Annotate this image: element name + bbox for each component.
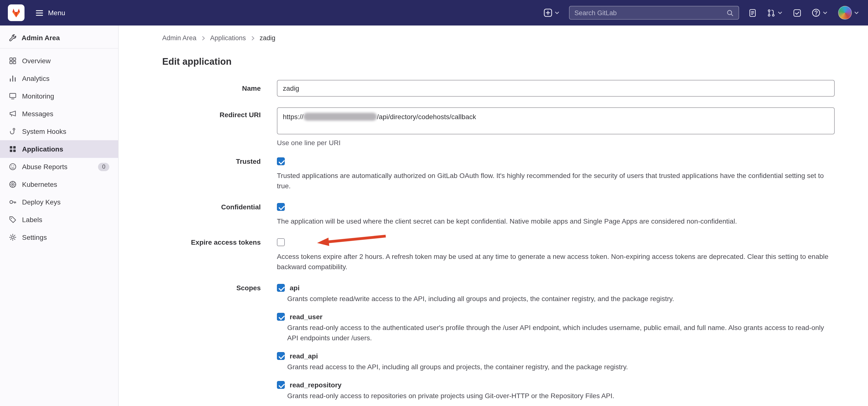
sidebar-item-overview[interactable]: Overview — [0, 52, 118, 69]
scope-api-checkbox[interactable] — [277, 284, 285, 292]
chevron-down-icon — [777, 10, 783, 16]
main-content: Admin Area Applications zadig Edit appli… — [119, 26, 868, 406]
scope-read-repository-description: Grants read-only access to repositories … — [287, 391, 835, 401]
menu-button[interactable]: Menu — [35, 8, 65, 17]
scope-option-read-user: read_user Grants read-only access to the… — [277, 312, 835, 343]
scope-option-read-api: read_api Grants read access to the API, … — [277, 351, 835, 372]
merge-requests-button[interactable] — [766, 7, 784, 19]
admin-area-header[interactable]: Admin Area — [0, 26, 118, 49]
redirect-uri-suffix: /api/directory/codehosts/callback — [377, 113, 476, 121]
sidebar-item-label: Overview — [22, 57, 51, 65]
scope-read-user-description: Grants read-only access to the authentic… — [287, 323, 835, 343]
sidebar-item-label: Messages — [22, 110, 54, 118]
confidential-checkbox[interactable] — [277, 203, 285, 211]
abuse-face-icon — [9, 163, 17, 171]
breadcrumb-applications[interactable]: Applications — [210, 34, 246, 42]
redirect-uri-label: Redirect URI — [162, 107, 261, 120]
plus-square-icon — [544, 8, 552, 17]
sidebar-item-label: Settings — [22, 233, 47, 241]
bar-chart-icon — [9, 75, 17, 82]
sidebar-item-label: Abuse Reports — [22, 163, 67, 171]
scope-read-api-description: Grants read access to the API, including… — [287, 362, 835, 372]
sidebar-item-label: Deploy Keys — [22, 198, 61, 206]
tag-icon — [9, 216, 17, 224]
breadcrumb-separator-icon — [250, 35, 255, 40]
red-arrow-annotation — [313, 232, 387, 247]
scope-read-user-name: read_user — [290, 312, 322, 322]
sidebar-item-system-hooks[interactable]: System Hooks — [0, 123, 118, 140]
help-button[interactable] — [811, 6, 829, 19]
admin-sidebar: Admin Area Overview Analyt — [0, 26, 119, 406]
form-row-scopes: Scopes api Grants complete read/write ac… — [162, 283, 835, 406]
sidebar-item-deploy-keys[interactable]: Deploy Keys — [0, 193, 118, 211]
scope-api-name: api — [290, 283, 300, 293]
edit-application-form: Name Redirect URI https:///api/directory… — [162, 80, 835, 406]
user-menu-button[interactable] — [837, 4, 860, 22]
form-row-expire-access-tokens: Expire access tokens Access tokens expir… — [162, 237, 835, 272]
expire-access-tokens-description: Access tokens expire after 2 hours. A re… — [277, 252, 835, 272]
confidential-label: Confidential — [162, 202, 261, 212]
breadcrumb-separator-icon — [201, 35, 206, 40]
megaphone-icon — [9, 110, 17, 118]
sidebar-item-label: System Hooks — [22, 127, 66, 135]
kubernetes-icon — [9, 180, 17, 188]
sidebar-item-applications[interactable]: Applications — [0, 140, 118, 158]
todo-check-icon — [793, 8, 801, 17]
gitlab-logo[interactable] — [8, 4, 25, 21]
scope-read-api-name: read_api — [290, 351, 318, 361]
new-menu-button[interactable] — [542, 6, 561, 19]
sidebar-item-kubernetes[interactable]: Kubernetes — [0, 176, 118, 193]
scope-read-user-checkbox[interactable] — [277, 313, 285, 321]
scope-option-read-repository: read_repository Grants read-only access … — [277, 380, 835, 401]
sidebar-item-label: Analytics — [22, 75, 50, 82]
sidebar-item-settings[interactable]: Settings — [0, 229, 118, 246]
issues-icon — [748, 8, 757, 17]
sidebar-item-label: Labels — [22, 216, 42, 224]
redirect-uri-help: Use one line per URI — [277, 139, 835, 147]
hook-icon — [9, 127, 17, 135]
issues-button[interactable] — [747, 7, 758, 19]
scope-api-description: Grants complete read/write access to the… — [287, 294, 835, 304]
gear-icon — [9, 233, 17, 241]
todos-button[interactable] — [792, 7, 802, 19]
trusted-description: Trusted applications are automatically a… — [277, 171, 835, 191]
breadcrumb: Admin Area Applications zadig — [162, 34, 835, 42]
name-input[interactable] — [277, 80, 835, 96]
redacted-host — [303, 113, 377, 121]
sidebar-item-abuse-reports[interactable]: Abuse Reports 0 — [0, 158, 118, 176]
expire-access-tokens-checkbox[interactable] — [277, 238, 285, 246]
monitor-icon — [9, 92, 17, 100]
sidebar-title: Admin Area — [22, 34, 60, 42]
scope-read-repository-checkbox[interactable] — [277, 381, 285, 389]
abuse-reports-count-badge: 0 — [98, 163, 109, 171]
key-icon — [9, 198, 17, 206]
search-input[interactable] — [575, 9, 726, 17]
scope-read-api-checkbox[interactable] — [277, 352, 285, 360]
redirect-uri-textarea[interactable]: https:///api/directory/codehosts/callbac… — [277, 107, 835, 134]
trusted-checkbox[interactable] — [277, 157, 285, 165]
form-row-trusted: Trusted Trusted applications are automat… — [162, 156, 835, 191]
wrench-icon — [9, 34, 17, 42]
breadcrumb-current-zadig: zadig — [259, 34, 275, 42]
expire-access-tokens-label: Expire access tokens — [162, 237, 261, 247]
sidebar-item-messages[interactable]: Messages — [0, 105, 118, 123]
chevron-down-icon — [823, 10, 828, 16]
redirect-uri-prefix: https:// — [283, 113, 303, 121]
chevron-down-icon — [854, 10, 859, 16]
sidebar-item-label: Kubernetes — [22, 180, 57, 188]
sidebar-item-labels[interactable]: Labels — [0, 211, 118, 229]
scope-option-api: api Grants complete read/write access to… — [277, 283, 835, 304]
sidebar-item-monitoring[interactable]: Monitoring — [0, 87, 118, 105]
top-navbar: Menu — [0, 0, 868, 26]
menu-label: Menu — [48, 9, 65, 17]
name-label: Name — [162, 80, 261, 93]
sidebar-item-label: Monitoring — [22, 92, 54, 100]
sidebar-item-label: Applications — [22, 145, 63, 153]
applications-icon — [9, 145, 17, 153]
form-row-confidential: Confidential The application will be use… — [162, 202, 835, 227]
sidebar-item-analytics[interactable]: Analytics — [0, 69, 118, 87]
breadcrumb-admin-area[interactable]: Admin Area — [162, 34, 196, 42]
search-box[interactable] — [569, 6, 739, 20]
page-title: Edit application — [162, 56, 835, 67]
merge-request-icon — [767, 8, 775, 17]
